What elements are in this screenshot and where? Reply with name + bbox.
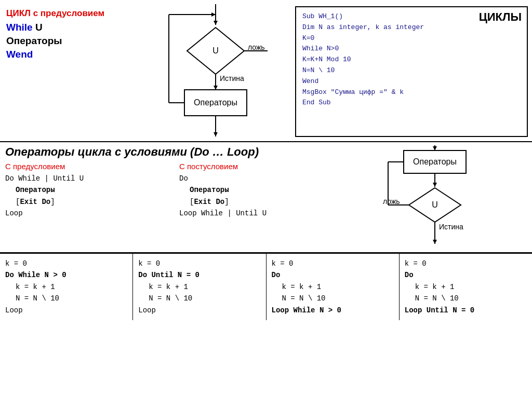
svg-text:Истина: Истина <box>220 74 244 83</box>
svg-marker-31 <box>433 240 437 244</box>
cell3-line3: k = k + 1 <box>272 281 394 293</box>
cell3-line4: N = N \ 10 <box>272 293 394 304</box>
cell4-line1: k = 0 <box>405 258 527 269</box>
do-loop-flowchart-svg: Операторы U ложь Истина <box>383 145 487 249</box>
svg-marker-14 <box>211 12 216 17</box>
code-cell-1: k = 0 Do While N > 0 k = k + 1 N = N \ 1… <box>0 254 133 320</box>
cell4-line2: Do <box>405 269 527 281</box>
cell3-line5: Loop While N > 0 <box>272 305 394 316</box>
do-loop-left: Операторы цикла с условиями (Do … Loop) … <box>0 145 338 249</box>
svg-text:Операторы: Операторы <box>194 98 237 107</box>
do-post-line2: Операторы <box>179 184 332 196</box>
cell2-line1: k = 0 <box>138 258 260 269</box>
cell4-line5: Loop Until N = 0 <box>405 305 527 316</box>
code-box: ЦИКЛЫ Sub WH_1()Dim N as integer, k as i… <box>295 6 528 137</box>
svg-text:ложь: ложь <box>248 43 265 51</box>
svg-marker-16 <box>214 132 218 136</box>
do-loop-flowchart: Операторы U ложь Истина <box>338 145 532 249</box>
code-line: End Sub <box>302 98 521 108</box>
cell3-line2: Do <box>272 269 394 281</box>
code-line: N=N \ 10 <box>302 65 521 76</box>
svg-marker-22 <box>433 183 437 187</box>
do-post-condition-col: С постусловием Do Операторы [Exit Do] Lo… <box>179 162 332 219</box>
cell2-line2: Do Until N = 0 <box>138 269 260 281</box>
while-title: ЦИКЛ с предусловием <box>6 8 134 19</box>
while-flowchart-svg: U ложь Истина Операторы <box>164 4 268 139</box>
bottom-section: k = 0 Do While N > 0 k = k + 1 N = N \ 1… <box>0 253 532 320</box>
code-line: K=0 <box>302 33 521 44</box>
code-line: MsgBox "Сумма цифр =" & k <box>302 87 521 98</box>
pre-condition-subtitle: С предусловием <box>5 162 158 171</box>
while-flowchart: U ложь Истина Операторы <box>140 4 291 139</box>
do-pre-line2: Операторы <box>5 184 158 196</box>
code-line: While N>0 <box>302 44 521 54</box>
do-loop-columns: С предусловием Do While | Until U Операт… <box>5 162 332 219</box>
wend-keyword: Wend <box>6 49 134 60</box>
page-title: ЦИКЛЫ <box>479 10 522 24</box>
cell1-line2: Do While N > 0 <box>5 269 127 281</box>
cell1-line3: k = k + 1 <box>5 281 127 293</box>
while-operators: Операторы <box>6 35 134 47</box>
code-line: Wend <box>302 76 521 87</box>
code-cell-2: k = 0 Do Until N = 0 k = k + 1 N = N \ 1… <box>133 254 266 320</box>
do-pre-condition-col: С предусловием Do While | Until U Операт… <box>5 162 158 219</box>
do-post-line3: [Exit Do] <box>179 196 332 208</box>
code-cell-4: k = 0 Do k = k + 1 N = N \ 10 Loop Until… <box>400 254 532 320</box>
svg-text:U: U <box>432 200 438 209</box>
cell2-line3: k = k + 1 <box>138 281 260 293</box>
code-lines: Sub WH_1()Dim N as integer, k as integer… <box>302 11 521 108</box>
do-pre-line1: Do While | Until U <box>5 173 158 184</box>
cell3-line1: k = 0 <box>272 258 394 269</box>
cell2-line5: Loop <box>138 305 260 316</box>
while-keyword: While <box>6 22 33 33</box>
cell1-line5: Loop <box>5 305 127 316</box>
svg-marker-8 <box>214 86 218 90</box>
do-loop-title: Операторы цикла с условиями (Do … Loop) <box>5 145 332 159</box>
do-post-line4: Loop While | Until U <box>179 208 332 219</box>
while-description: ЦИКЛ с предусловием While U Операторы We… <box>0 4 140 139</box>
cell4-line4: N = N \ 10 <box>405 293 527 304</box>
code-cell-3: k = 0 Do k = k + 1 N = N \ 10 Loop While… <box>267 254 400 320</box>
do-pre-line4: Loop <box>5 208 158 219</box>
do-post-line1: Do <box>179 173 332 184</box>
svg-text:ложь: ложь <box>383 197 400 205</box>
svg-text:U: U <box>212 46 219 55</box>
svg-text:Операторы: Операторы <box>413 157 457 166</box>
cell4-line3: k = k + 1 <box>405 281 527 293</box>
svg-text:Истина: Истина <box>439 223 463 231</box>
cell1-line4: N = N \ 10 <box>5 293 127 304</box>
code-line: K=K+N Mod 10 <box>302 54 521 65</box>
svg-marker-1 <box>214 21 218 25</box>
post-condition-subtitle: С постусловием <box>179 162 332 171</box>
svg-marker-18 <box>433 146 437 150</box>
middle-section: Операторы цикла с условиями (Do … Loop) … <box>0 142 532 253</box>
cell1-line1: k = 0 <box>5 258 127 269</box>
top-section: ЦИКЛ с предусловием While U Операторы We… <box>0 0 532 142</box>
while-u: U <box>33 22 43 33</box>
do-pre-line3: [Exit Do] <box>5 196 158 208</box>
cell2-line4: N = N \ 10 <box>138 293 260 304</box>
